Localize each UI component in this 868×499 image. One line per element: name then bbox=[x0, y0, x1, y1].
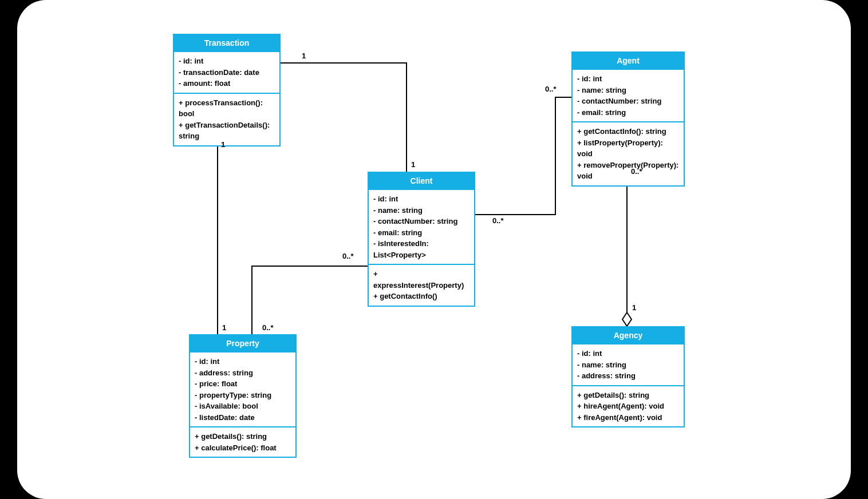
attr: - contactNumber: string bbox=[577, 96, 679, 107]
class-attributes: - id: int - transactionDate: date - amou… bbox=[174, 51, 279, 93]
class-property[interactable]: Property - id: int - address: string - p… bbox=[189, 334, 297, 458]
method: + hireAgent(Agent): void bbox=[577, 401, 679, 412]
method: + expressInterest(Property) bbox=[373, 268, 469, 291]
class-attributes: - id: int - name: string - address: stri… bbox=[573, 343, 684, 385]
method: + processTransaction(): bool bbox=[179, 97, 275, 120]
attr: - address: string bbox=[195, 367, 291, 379]
attr: - propertyType: string bbox=[195, 390, 291, 401]
class-attributes: - id: int - name: string - contactNumber… bbox=[573, 69, 684, 121]
class-client[interactable]: Client - id: int - name: string - contac… bbox=[368, 172, 475, 307]
mult-label: 1 bbox=[632, 303, 636, 312]
attr: - price: float bbox=[195, 378, 291, 390]
attr: - amount: float bbox=[179, 78, 275, 89]
attr: - listedDate: date bbox=[195, 412, 291, 423]
class-methods: + processTransaction(): bool + getTransa… bbox=[174, 93, 279, 145]
mult-label: 1 bbox=[221, 140, 225, 149]
class-title: Client bbox=[369, 173, 474, 189]
class-title: Transaction bbox=[174, 35, 279, 51]
method: + removeProperty(Property): void bbox=[577, 160, 679, 182]
mult-label: 1 bbox=[222, 323, 226, 332]
mult-label: 0..* bbox=[545, 85, 557, 93]
method: + getDetails(): string bbox=[195, 431, 291, 442]
class-methods: + getContactInfo(): string + listPropert… bbox=[573, 121, 684, 185]
class-agent[interactable]: Agent - id: int - name: string - contact… bbox=[571, 52, 685, 187]
method: + getContactInfo() bbox=[373, 291, 469, 302]
class-title: Agency bbox=[573, 327, 684, 343]
mult-label: 0..* bbox=[631, 167, 642, 176]
method: + calculatePrice(): float bbox=[195, 442, 291, 454]
attr: - transactionDate: date bbox=[179, 67, 275, 78]
method: + getDetails(): string bbox=[577, 390, 679, 401]
class-methods: + getDetails(): string + hireAgent(Agent… bbox=[573, 385, 684, 427]
attr: - id: int bbox=[179, 56, 275, 67]
mult-label: 1 bbox=[411, 160, 415, 169]
attr: - id: int bbox=[577, 73, 679, 85]
attr: - email: string bbox=[577, 107, 679, 118]
class-transaction[interactable]: Transaction - id: int - transactionDate:… bbox=[173, 34, 281, 146]
svg-marker-1 bbox=[622, 312, 632, 326]
attr: - contactNumber: string bbox=[373, 216, 469, 227]
method: + getContactInfo(): string bbox=[577, 126, 679, 137]
method: + listProperty(Property): void bbox=[577, 137, 679, 160]
class-attributes: - id: int - address: string - price: flo… bbox=[190, 351, 295, 426]
attr: - email: string bbox=[373, 227, 469, 239]
attr: - isAvailable: bool bbox=[195, 401, 291, 412]
class-title: Property bbox=[190, 335, 295, 351]
class-title: Agent bbox=[573, 53, 684, 69]
diagram-canvas: Transaction - id: int - transactionDate:… bbox=[17, 0, 851, 499]
class-methods: + expressInterest(Property) + getContact… bbox=[369, 264, 474, 306]
attr: - name: string bbox=[373, 205, 469, 216]
mult-label: 1 bbox=[302, 52, 306, 60]
attr: - id: int bbox=[373, 193, 469, 205]
attr: - name: string bbox=[577, 359, 679, 371]
mult-label: 0..* bbox=[342, 252, 354, 260]
class-agency[interactable]: Agency - id: int - name: string - addres… bbox=[571, 326, 685, 427]
method: + getTransactionDetails(): string bbox=[179, 120, 275, 142]
attr: - id: int bbox=[577, 348, 679, 359]
mult-label: 0..* bbox=[492, 216, 504, 225]
attr: - id: int bbox=[195, 356, 291, 367]
mult-label: 0..* bbox=[262, 323, 274, 332]
attr: - address: string bbox=[577, 370, 679, 382]
class-attributes: - id: int - name: string - contactNumber… bbox=[369, 189, 474, 264]
method: + fireAgent(Agent): void bbox=[577, 412, 679, 423]
attr: - isInterestedIn: List<Property> bbox=[373, 238, 469, 260]
class-methods: + getDetails(): string + calculatePrice(… bbox=[190, 426, 295, 457]
attr: - name: string bbox=[577, 85, 679, 96]
